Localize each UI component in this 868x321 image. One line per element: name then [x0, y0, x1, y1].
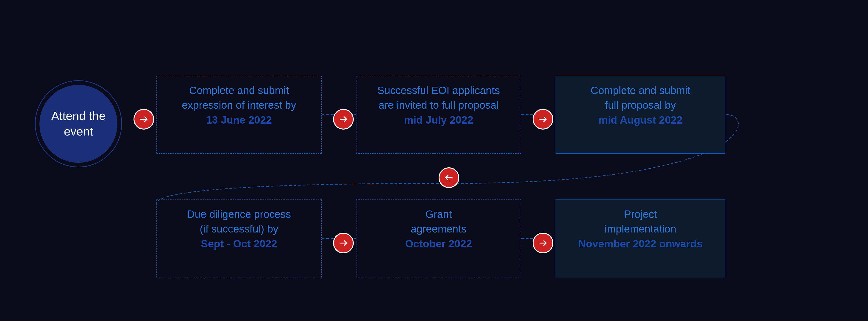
step-box-5: Grant agreements October 2022 [356, 199, 521, 278]
arrow-3 [533, 109, 553, 130]
arrow-1 [133, 109, 154, 130]
step-box-4: Due diligence process (if successful) by… [156, 199, 321, 278]
step-box-2: Successful EOI applicants are invited to… [356, 76, 521, 154]
step-4-text: Due diligence process (if successful) by… [163, 207, 315, 251]
step-3-text: Complete and submit full proposal by mid… [562, 83, 719, 127]
arrow-2 [333, 109, 354, 130]
step-6-text: Project implementation November 2022 onw… [562, 207, 719, 251]
attend-event-circle: Attend the event [35, 80, 122, 167]
circle-fill: Attend the event [39, 85, 118, 163]
arrow-4-reverse [439, 167, 459, 188]
arrow-5 [333, 233, 354, 253]
step-box-1: Complete and submit expression of intere… [156, 76, 321, 154]
step-box-3: Complete and submit full proposal by mid… [556, 76, 725, 154]
arrow-6 [533, 233, 553, 253]
step-box-6: Project implementation November 2022 onw… [556, 199, 725, 278]
step-2-text: Successful EOI applicants are invited to… [362, 83, 515, 127]
process-diagram: Attend the event Complete and submit exp… [21, 23, 847, 298]
step-1-text: Complete and submit expression of intere… [163, 83, 315, 127]
circle-label: Attend the event [51, 108, 105, 139]
step-5-text: Grant agreements October 2022 [362, 207, 515, 251]
